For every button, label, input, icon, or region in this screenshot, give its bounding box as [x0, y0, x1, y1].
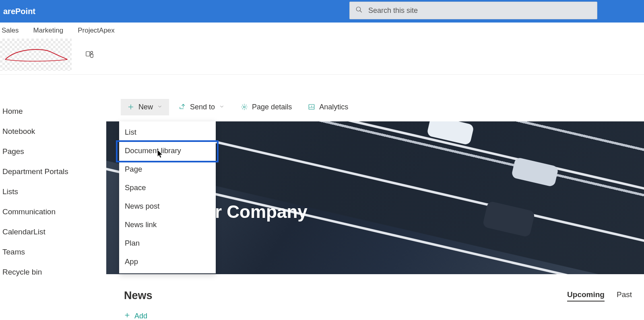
plus-icon [127, 103, 134, 111]
sendto-button[interactable]: Send to [172, 99, 231, 115]
new-news-link[interactable]: News link [119, 215, 216, 234]
left-nav: Home Notebook Pages Department Portals L… [0, 96, 106, 282]
pagedetails-label: Page details [252, 103, 292, 111]
search-box[interactable] [349, 2, 597, 19]
nav-notebook[interactable]: Notebook [2, 121, 105, 142]
nav-pages[interactable]: Pages [2, 142, 105, 162]
nav-teams[interactable]: Teams [2, 242, 105, 262]
app-title: arePoint [3, 7, 35, 16]
news-tab-upcoming[interactable]: Upcoming [567, 290, 605, 302]
news-section-header: News Upcoming Past [124, 289, 632, 302]
nav-recycle-bin[interactable]: Recycle bin [2, 262, 105, 282]
sendto-label: Send to [190, 103, 215, 111]
new-list[interactable]: List [119, 123, 216, 142]
new-app[interactable]: App [119, 252, 216, 271]
analytics-button[interactable]: Analytics [301, 99, 355, 115]
news-add-button[interactable]: Add [124, 312, 147, 320]
svg-point-7 [244, 106, 246, 108]
search-input[interactable] [368, 6, 591, 15]
news-heading: News [124, 289, 153, 302]
command-bar: New Send to Page details [106, 96, 644, 118]
nav-calendarlist[interactable]: CalendarList [2, 222, 105, 242]
hubnav-item-marketing[interactable]: Marketing [33, 27, 64, 35]
new-menu: List Document library Page Space News po… [119, 121, 216, 273]
spacer [0, 75, 644, 96]
share-icon [179, 103, 186, 111]
site-header [0, 35, 644, 75]
teams-icon[interactable] [85, 49, 94, 60]
new-plan[interactable]: Plan [119, 234, 216, 252]
hero-title: r Company [215, 202, 308, 222]
new-page[interactable]: Page [119, 160, 216, 178]
nav-home[interactable]: Home [2, 101, 105, 121]
svg-rect-2 [86, 51, 90, 56]
new-document-library[interactable]: Document library [119, 142, 216, 160]
hubnav-item-projectapex[interactable]: ProjectApex [78, 27, 115, 35]
new-label: New [138, 103, 153, 111]
site-logo[interactable] [0, 39, 72, 71]
news-add-label: Add [134, 312, 147, 320]
svg-point-3 [91, 51, 93, 53]
chevron-down-icon [219, 103, 225, 111]
hubnav-item-sales[interactable]: Sales [2, 27, 19, 35]
svg-point-0 [356, 7, 361, 11]
nav-communication[interactable]: Communication [2, 202, 105, 222]
new-space[interactable]: Space [119, 178, 216, 197]
nav-department-portals[interactable]: Department Portals [2, 162, 105, 182]
new-button[interactable]: New [121, 99, 169, 115]
svg-line-1 [360, 10, 362, 12]
plus-icon [124, 312, 130, 320]
hub-nav: Sales Marketing ProjectApex [0, 23, 644, 35]
news-tab-past[interactable]: Past [617, 290, 632, 302]
new-news-post[interactable]: News post [119, 197, 216, 215]
analytics-label: Analytics [319, 103, 348, 111]
search-icon [355, 6, 368, 15]
analytics-icon [308, 103, 315, 111]
nav-lists[interactable]: Lists [2, 182, 105, 202]
pagedetails-button[interactable]: Page details [234, 99, 298, 115]
chevron-down-icon [157, 103, 163, 111]
suite-bar: arePoint [0, 0, 644, 23]
news-tabs: Upcoming Past [567, 290, 632, 302]
gear-icon [241, 103, 248, 111]
